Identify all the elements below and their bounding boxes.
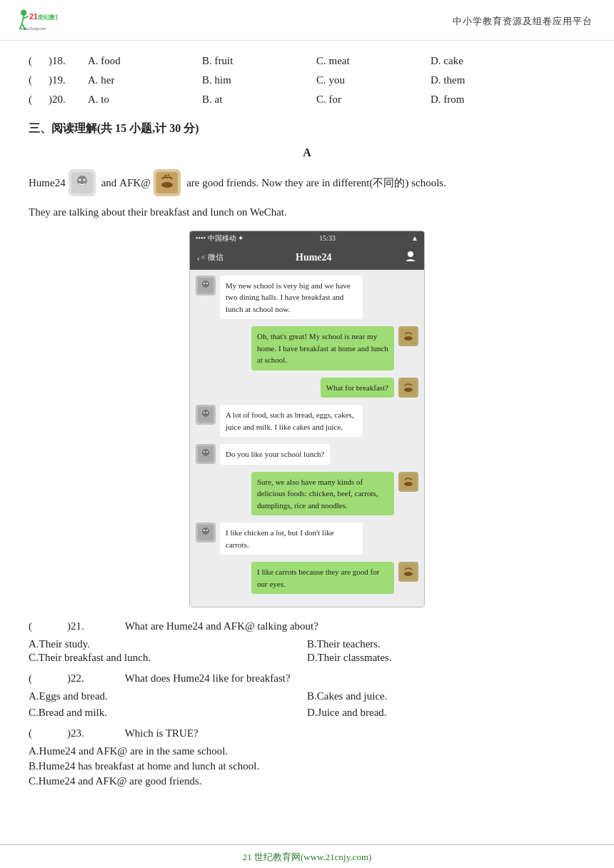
wechat-screenshot: •••• 中国移动 ✦ 15:33 ▲ ‹ < 微信 Hume24 xyxy=(29,231,585,608)
char2-name: AFK@ xyxy=(119,174,151,191)
svg-point-22 xyxy=(404,388,413,392)
mc-options: A. her B. him C. you D. them xyxy=(88,74,585,86)
mc-opt-a: A. to xyxy=(88,94,202,106)
status-left: •••• 中国移动 ✦ xyxy=(196,233,243,243)
q23-text: )23. xyxy=(67,727,125,740)
question-21-group: ( )21. What are Hume24 and AFK@ talking … xyxy=(29,620,585,665)
character-intro-line: Hume24 and AFK@ xyxy=(29,169,585,196)
char1-name: Hume24 xyxy=(29,174,66,191)
chat-msg-4: A lot of food, such as bread, eggs, cake… xyxy=(196,405,418,437)
mc-bracket: ( xyxy=(29,74,49,86)
back-text: < 微信 xyxy=(201,252,223,263)
wechat-chat-title: Hume24 xyxy=(296,252,332,263)
q22-opt-c: C.Bread and milk. xyxy=(29,707,307,720)
mc-questions-group: ( )18. A. food B. fruit C. meat D. cake … xyxy=(29,55,585,106)
chat-msg-7: I like chicken a lot, but I don't like c… xyxy=(196,523,418,555)
chat-msg-8: I like carrots because they are good for… xyxy=(196,562,418,594)
header-tagline: 中小学教育资源及组卷应用平台 xyxy=(453,15,593,28)
q23-opt-a-row: A.Hume24 and AFK@ are in the same school… xyxy=(29,745,585,757)
svg-text:21: 21 xyxy=(29,12,38,21)
hume24-avatar xyxy=(69,169,96,196)
chat-msg-5: Do you like your school lunch? xyxy=(196,444,418,465)
hume24-chat-avatar-4 xyxy=(196,523,216,542)
q22-text: )22. xyxy=(67,672,125,685)
mc-opt-d: D. from xyxy=(431,94,545,106)
signal-icon: ▲ xyxy=(411,234,418,242)
svg-point-32 xyxy=(404,482,413,486)
chat-msg-6: Sure, we also have many kinds of delicio… xyxy=(196,472,418,516)
and-text: and xyxy=(101,174,117,191)
q-space xyxy=(46,727,67,740)
mc-opt-a: A. food xyxy=(88,55,202,67)
chat-msg-1: My new school is very big and we have tw… xyxy=(196,276,418,320)
q-bracket: ( xyxy=(29,727,46,740)
bubble-5: Do you like your school lunch? xyxy=(220,444,330,465)
q-space xyxy=(46,620,67,632)
svg-point-25 xyxy=(203,412,205,413)
q21-opt-a: A.Their study. xyxy=(29,638,307,652)
mc-opt-c: C. for xyxy=(316,94,431,106)
q23-question: Which is TRUE? xyxy=(125,727,585,740)
bubble-4: A lot of food, such as bread, eggs, cake… xyxy=(220,405,363,437)
passage-a: A Hume24 and AFK@ xyxy=(29,146,585,787)
header: 21 世纪教育 www.21cnjy.com 中小学教育资源及组卷应用平台 xyxy=(0,0,614,41)
section3-title: 三、阅读理解(共 15 小题,计 30 分) xyxy=(29,121,585,136)
svg-point-24 xyxy=(202,410,209,417)
question-23-row: ( )23. Which is TRUE? xyxy=(29,727,585,740)
wechat-box: •••• 中国移动 ✦ 15:33 ▲ ‹ < 微信 Hume24 xyxy=(189,231,425,608)
svg-point-35 xyxy=(203,530,205,531)
question-22-group: ( )22. What does Hume24 like for breakfa… xyxy=(29,672,585,720)
chat-msg-2: Oh, that's great! My school is near my h… xyxy=(196,326,418,370)
q-space xyxy=(46,672,67,685)
passage-body-text: They are talking about their breakfast a… xyxy=(29,203,585,222)
q22-question: What does Hume24 like for breakfast? xyxy=(125,672,585,685)
svg-point-9 xyxy=(77,176,87,186)
q21-question: What are Hume24 and AFK@ talking about? xyxy=(125,620,585,632)
q22-opt-b: B.Cakes and juice. xyxy=(307,690,585,702)
back-chevron-icon: ‹ xyxy=(197,253,200,262)
q21-options: A.Their study. B.Their teachers. C.Their… xyxy=(29,638,585,665)
wechat-status-bar: •••• 中国移动 ✦ 15:33 ▲ xyxy=(190,231,424,246)
q21-opt-b: B.Their teachers. xyxy=(307,638,585,652)
q23-opt-c-row: C.Hume24 and AFK@ are good friends. xyxy=(29,775,585,787)
afk-avatar xyxy=(154,169,181,196)
q23-opt-a: A.Hume24 and AFK@ are in the same school… xyxy=(29,745,228,757)
svg-point-14 xyxy=(408,251,413,257)
q23-opt-b: B.Hume24 has breakfast at home and lunch… xyxy=(29,760,259,772)
svg-point-29 xyxy=(203,451,205,453)
mc-opt-d: D. cake xyxy=(431,55,545,67)
svg-point-28 xyxy=(202,449,209,456)
svg-text:www.21cnjy.com: www.21cnjy.com xyxy=(21,27,46,31)
intro-text: are good friends. Now they are in differ… xyxy=(186,174,446,191)
mc-opt-a: A. her xyxy=(88,74,202,86)
svg-point-16 xyxy=(202,281,209,288)
main-content: ( )18. A. food B. fruit C. meat D. cake … xyxy=(0,41,614,802)
svg-point-0 xyxy=(21,10,26,16)
wechat-back-button[interactable]: ‹ < 微信 xyxy=(197,252,223,263)
svg-line-1 xyxy=(22,16,24,24)
bubble-8: I like carrots because they are good for… xyxy=(251,562,394,594)
q21-text: )21. xyxy=(67,620,125,632)
q22-opt-d: D.Juice and bread. xyxy=(307,707,585,720)
hume24-chat-avatar-3 xyxy=(196,444,216,464)
svg-point-34 xyxy=(202,528,209,535)
mc-opt-b: B. him xyxy=(202,74,316,86)
mc-num: )19. xyxy=(49,74,88,86)
q21-opt-d: D.Their classmates. xyxy=(307,652,585,665)
bubble-7: I like chicken a lot, but I don't like c… xyxy=(220,523,363,555)
wechat-chat-area: My new school is very big and we have tw… xyxy=(190,270,424,607)
footer: 21 世纪教育网(www.21cnjy.com) xyxy=(0,844,614,868)
svg-point-30 xyxy=(206,451,208,453)
bubble-1: My new school is very big and we have tw… xyxy=(220,276,363,320)
bubble-2: Oh, that's great! My school is near my h… xyxy=(251,326,394,370)
q21-opt-c: C.Their breakfast and lunch. xyxy=(29,652,307,665)
mc-row-20: ( )20. A. to B. at C. for D. from xyxy=(29,94,585,106)
hume24-chat-avatar-2 xyxy=(196,405,216,425)
mc-opt-d: D. them xyxy=(431,74,545,86)
svg-point-36 xyxy=(206,530,208,531)
chat-msg-3: What for breakfast? xyxy=(196,378,418,398)
mc-opt-b: B. at xyxy=(202,94,316,106)
logo-icon: 21 世纪教育 www.21cnjy.com xyxy=(14,7,57,36)
mc-options: A. food B. fruit C. meat D. cake xyxy=(88,55,585,67)
question-22-row: ( )22. What does Hume24 like for breakfa… xyxy=(29,672,585,685)
